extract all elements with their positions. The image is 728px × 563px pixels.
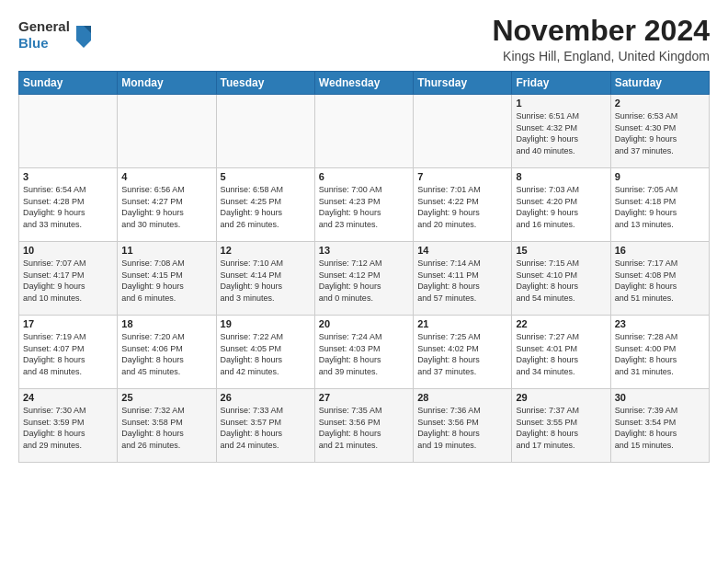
day-info: Sunrise: 7:36 AM Sunset: 3:56 PM Dayligh… — [417, 405, 507, 451]
calendar-cell: 26Sunrise: 7:33 AM Sunset: 3:57 PM Dayli… — [216, 389, 314, 463]
day-info: Sunrise: 7:14 AM Sunset: 4:11 PM Dayligh… — [417, 258, 507, 304]
day-number: 4 — [121, 171, 211, 182]
day-info: Sunrise: 7:25 AM Sunset: 4:02 PM Dayligh… — [417, 331, 507, 377]
calendar-cell: 7Sunrise: 7:01 AM Sunset: 4:22 PM Daylig… — [414, 168, 512, 242]
calendar-cell: 21Sunrise: 7:25 AM Sunset: 4:02 PM Dayli… — [414, 316, 512, 389]
day-number: 16 — [615, 245, 705, 256]
header: General Blue November 2024 Kings Hill, E… — [18, 15, 710, 63]
calendar-cell — [216, 95, 314, 168]
day-info: Sunrise: 6:58 AM Sunset: 4:25 PM Dayligh… — [221, 184, 311, 230]
day-info: Sunrise: 7:05 AM Sunset: 4:18 PM Dayligh… — [615, 184, 705, 230]
day-number: 12 — [221, 245, 311, 256]
calendar-cell — [314, 95, 413, 168]
day-info: Sunrise: 7:33 AM Sunset: 3:57 PM Dayligh… — [221, 405, 311, 451]
calendar-cell: 14Sunrise: 7:14 AM Sunset: 4:11 PM Dayli… — [414, 242, 512, 316]
day-info: Sunrise: 7:39 AM Sunset: 3:54 PM Dayligh… — [615, 405, 705, 451]
calendar-cell — [19, 95, 118, 168]
calendar-cell: 19Sunrise: 7:22 AM Sunset: 4:05 PM Dayli… — [216, 316, 314, 389]
day-info: Sunrise: 6:51 AM Sunset: 4:32 PM Dayligh… — [516, 110, 606, 156]
day-number: 7 — [417, 171, 507, 182]
day-number: 2 — [615, 98, 705, 109]
calendar-cell: 12Sunrise: 7:10 AM Sunset: 4:14 PM Dayli… — [216, 242, 314, 316]
calendar-cell: 2Sunrise: 6:53 AM Sunset: 4:30 PM Daylig… — [610, 95, 709, 168]
calendar-cell: 30Sunrise: 7:39 AM Sunset: 3:54 PM Dayli… — [610, 389, 709, 463]
col-wednesday: Wednesday — [314, 72, 413, 95]
day-info: Sunrise: 7:12 AM Sunset: 4:12 PM Dayligh… — [319, 258, 409, 304]
day-number: 28 — [417, 392, 507, 403]
col-sunday: Sunday — [19, 72, 118, 95]
calendar-cell: 13Sunrise: 7:12 AM Sunset: 4:12 PM Dayli… — [314, 242, 413, 316]
logo-blue: Blue — [18, 35, 70, 52]
title-block: November 2024 Kings Hill, England, Unite… — [492, 15, 710, 63]
calendar-cell: 6Sunrise: 7:00 AM Sunset: 4:23 PM Daylig… — [314, 168, 413, 242]
month-title: November 2024 — [492, 15, 710, 47]
calendar-cell: 27Sunrise: 7:35 AM Sunset: 3:56 PM Dayli… — [314, 389, 413, 463]
calendar-cell: 10Sunrise: 7:07 AM Sunset: 4:17 PM Dayli… — [19, 242, 118, 316]
day-number: 19 — [221, 318, 311, 329]
day-number: 23 — [615, 318, 705, 329]
calendar-cell: 18Sunrise: 7:20 AM Sunset: 4:06 PM Dayli… — [118, 316, 216, 389]
day-info: Sunrise: 7:28 AM Sunset: 4:00 PM Dayligh… — [615, 331, 705, 377]
calendar-cell: 15Sunrise: 7:15 AM Sunset: 4:10 PM Dayli… — [512, 242, 610, 316]
calendar-cell — [414, 95, 512, 168]
location: Kings Hill, England, United Kingdom — [492, 49, 710, 63]
col-friday: Friday — [512, 72, 610, 95]
day-info: Sunrise: 6:53 AM Sunset: 4:30 PM Dayligh… — [615, 110, 705, 156]
col-saturday: Saturday — [610, 72, 709, 95]
day-info: Sunrise: 7:24 AM Sunset: 4:03 PM Dayligh… — [319, 331, 409, 377]
day-info: Sunrise: 7:10 AM Sunset: 4:14 PM Dayligh… — [221, 258, 311, 304]
logo: General Blue — [18, 18, 95, 52]
logo-text-block: General Blue — [18, 18, 70, 52]
day-number: 13 — [319, 245, 409, 256]
day-number: 3 — [23, 171, 113, 182]
calendar-cell: 11Sunrise: 7:08 AM Sunset: 4:15 PM Dayli… — [118, 242, 216, 316]
day-number: 26 — [221, 392, 311, 403]
calendar-cell: 5Sunrise: 6:58 AM Sunset: 4:25 PM Daylig… — [216, 168, 314, 242]
header-row: Sunday Monday Tuesday Wednesday Thursday… — [19, 72, 710, 95]
day-number: 21 — [417, 318, 507, 329]
day-number: 25 — [121, 392, 211, 403]
day-info: Sunrise: 7:37 AM Sunset: 3:55 PM Dayligh… — [516, 405, 606, 451]
day-number: 17 — [23, 318, 113, 329]
calendar-week-1: 1Sunrise: 6:51 AM Sunset: 4:32 PM Daylig… — [19, 95, 710, 168]
calendar-cell: 17Sunrise: 7:19 AM Sunset: 4:07 PM Dayli… — [19, 316, 118, 389]
day-number: 8 — [516, 171, 606, 182]
calendar-cell: 1Sunrise: 6:51 AM Sunset: 4:32 PM Daylig… — [512, 95, 610, 168]
col-tuesday: Tuesday — [216, 72, 314, 95]
day-info: Sunrise: 7:30 AM Sunset: 3:59 PM Dayligh… — [23, 405, 113, 451]
day-info: Sunrise: 7:35 AM Sunset: 3:56 PM Dayligh… — [319, 405, 409, 451]
day-info: Sunrise: 7:03 AM Sunset: 4:20 PM Dayligh… — [516, 184, 606, 230]
day-number: 6 — [319, 171, 409, 182]
calendar-week-4: 17Sunrise: 7:19 AM Sunset: 4:07 PM Dayli… — [19, 316, 710, 389]
calendar-table: Sunday Monday Tuesday Wednesday Thursday… — [18, 71, 710, 463]
calendar-cell: 20Sunrise: 7:24 AM Sunset: 4:03 PM Dayli… — [314, 316, 413, 389]
calendar-body: 1Sunrise: 6:51 AM Sunset: 4:32 PM Daylig… — [19, 95, 710, 463]
day-number: 20 — [319, 318, 409, 329]
day-info: Sunrise: 7:22 AM Sunset: 4:05 PM Dayligh… — [221, 331, 311, 377]
calendar-cell: 28Sunrise: 7:36 AM Sunset: 3:56 PM Dayli… — [414, 389, 512, 463]
calendar-header: Sunday Monday Tuesday Wednesday Thursday… — [19, 72, 710, 95]
calendar-cell: 16Sunrise: 7:17 AM Sunset: 4:08 PM Dayli… — [610, 242, 709, 316]
day-info: Sunrise: 7:17 AM Sunset: 4:08 PM Dayligh… — [615, 258, 705, 304]
calendar-week-5: 24Sunrise: 7:30 AM Sunset: 3:59 PM Dayli… — [19, 389, 710, 463]
calendar-cell: 9Sunrise: 7:05 AM Sunset: 4:18 PM Daylig… — [610, 168, 709, 242]
day-info: Sunrise: 7:27 AM Sunset: 4:01 PM Dayligh… — [516, 331, 606, 377]
day-number: 24 — [23, 392, 113, 403]
col-thursday: Thursday — [414, 72, 512, 95]
day-info: Sunrise: 6:56 AM Sunset: 4:27 PM Dayligh… — [121, 184, 211, 230]
day-info: Sunrise: 6:54 AM Sunset: 4:28 PM Dayligh… — [23, 184, 113, 230]
day-number: 1 — [516, 98, 606, 109]
day-number: 5 — [221, 171, 311, 182]
day-info: Sunrise: 7:01 AM Sunset: 4:22 PM Dayligh… — [417, 184, 507, 230]
day-info: Sunrise: 7:20 AM Sunset: 4:06 PM Dayligh… — [121, 331, 211, 377]
calendar-cell: 24Sunrise: 7:30 AM Sunset: 3:59 PM Dayli… — [19, 389, 118, 463]
calendar-week-3: 10Sunrise: 7:07 AM Sunset: 4:17 PM Dayli… — [19, 242, 710, 316]
calendar-cell: 3Sunrise: 6:54 AM Sunset: 4:28 PM Daylig… — [19, 168, 118, 242]
day-number: 18 — [121, 318, 211, 329]
logo-general: General — [18, 18, 70, 35]
day-number: 29 — [516, 392, 606, 403]
day-number: 30 — [615, 392, 705, 403]
calendar-cell: 29Sunrise: 7:37 AM Sunset: 3:55 PM Dayli… — [512, 389, 610, 463]
calendar-cell: 23Sunrise: 7:28 AM Sunset: 4:00 PM Dayli… — [610, 316, 709, 389]
day-number: 15 — [516, 245, 606, 256]
